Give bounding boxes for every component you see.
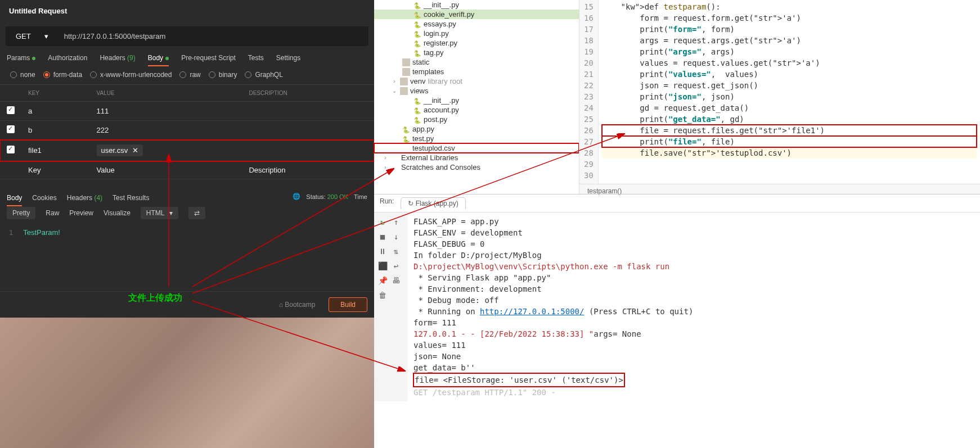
- tree-item[interactable]: cookie_verift.py: [374, 10, 579, 19]
- file-icon: [402, 68, 410, 76]
- filter-icon[interactable]: ⇅: [390, 245, 402, 257]
- file-badge[interactable]: user.csv✕: [97, 144, 143, 156]
- tree-item[interactable]: register.py: [374, 38, 579, 48]
- chevron-icon: ›: [391, 78, 398, 84]
- run-output[interactable]: FLASK_APP = app.pyFLASK_ENV = developmen…: [408, 212, 980, 401]
- tree-label: test.py: [412, 134, 434, 143]
- wrap2-icon[interactable]: ↩: [390, 260, 402, 272]
- postman-footer: ⌂ Bootcamp Build: [0, 291, 374, 318]
- exit-icon[interactable]: ⬛: [376, 260, 389, 272]
- file-icon: [402, 135, 410, 143]
- tab-body[interactable]: Body: [148, 54, 169, 62]
- request-title: Untitled Request: [0, 0, 374, 22]
- tree-item[interactable]: test.py: [374, 134, 579, 143]
- tree-label: __init__.py: [424, 1, 459, 9]
- file-icon: [413, 97, 421, 105]
- pin-icon[interactable]: 📌: [376, 274, 389, 287]
- view-pretty[interactable]: Pretty: [7, 207, 35, 219]
- build-button[interactable]: Build: [329, 297, 367, 312]
- table-row[interactable]: file1user.csv✕: [0, 140, 374, 161]
- lang-dropdown[interactable]: HTML▾: [141, 207, 178, 219]
- tree-item[interactable]: templates: [374, 67, 579, 76]
- tab-prerequest[interactable]: Pre-request Script: [181, 54, 236, 62]
- file-icon: [413, 106, 421, 114]
- tree-item[interactable]: tag.py: [374, 48, 579, 57]
- tree-item[interactable]: __init__.py: [374, 0, 579, 10]
- tree-item[interactable]: ⌄views: [374, 86, 579, 96]
- print-icon[interactable]: 🖶: [390, 274, 402, 287]
- postman-panel: Untitled Request GET▾ http://127.0.0.1:5…: [0, 0, 374, 318]
- tree-item[interactable]: account.py: [374, 105, 579, 115]
- globe-icon[interactable]: 🌐: [293, 193, 300, 200]
- tree-item[interactable]: ›Scratches and Consoles: [374, 162, 579, 172]
- checkbox-icon[interactable]: [7, 125, 15, 133]
- checkbox-icon[interactable]: [7, 106, 15, 114]
- tab-tests[interactable]: Tests: [248, 54, 264, 62]
- tree-label: __init__.py: [424, 96, 459, 105]
- code-editor[interactable]: 15161718192021222324252627282930 "kw">de…: [579, 0, 980, 187]
- checkbox-icon[interactable]: [7, 146, 15, 153]
- close-icon[interactable]: ✕: [132, 146, 138, 155]
- tree-item[interactable]: essays.py: [374, 19, 579, 29]
- tree-suffix: library root: [428, 77, 462, 85]
- file-icon: [402, 125, 410, 133]
- tab-settings[interactable]: Settings: [276, 54, 300, 62]
- tree-label: tag.py: [424, 48, 443, 57]
- radio-binary[interactable]: binary: [209, 71, 237, 79]
- file-icon: [413, 30, 421, 38]
- file-icon: [413, 11, 421, 19]
- tree-item[interactable]: app.py: [374, 124, 579, 134]
- table-row[interactable]: b222: [0, 121, 374, 140]
- stop-icon[interactable]: ■: [376, 230, 389, 243]
- radio-raw[interactable]: raw: [179, 71, 200, 79]
- radio-urlencoded[interactable]: x-www-form-urlencoded: [90, 71, 172, 79]
- view-visualize[interactable]: Visualize: [104, 209, 131, 217]
- url-input[interactable]: http://127.0.0.1:5000/testparam: [59, 26, 368, 46]
- view-raw[interactable]: Raw: [46, 209, 59, 217]
- form-data-table: KEYVALUEDESCRIPTION a111 b222 file1user.…: [0, 84, 374, 179]
- tab-authorization[interactable]: Authorization: [48, 54, 87, 62]
- response-body: 1 TestParam!: [0, 226, 374, 239]
- file-icon: [413, 49, 421, 57]
- down-icon[interactable]: ↓: [390, 230, 402, 243]
- tree-item[interactable]: testuplod.csv: [374, 143, 579, 153]
- method-dropdown[interactable]: GET▾: [6, 26, 59, 46]
- desktop-background: [0, 318, 374, 448]
- rtab-body[interactable]: Body: [7, 194, 22, 202]
- tree-item[interactable]: post.py: [374, 115, 579, 124]
- tab-params[interactable]: Params: [7, 54, 35, 62]
- tree-item[interactable]: static: [374, 57, 579, 67]
- breadcrumb[interactable]: testparam(): [579, 184, 980, 194]
- rtab-headers[interactable]: Headers (4): [67, 194, 102, 202]
- pause-icon[interactable]: ⏸: [376, 245, 389, 257]
- tree-item[interactable]: ›venv library root: [374, 76, 579, 86]
- tree-label: Scratches and Consoles: [401, 163, 480, 171]
- radio-graphql[interactable]: GraphQL: [245, 71, 282, 79]
- project-tree[interactable]: __init__.pycookie_verift.pyessays.pylogi…: [374, 0, 579, 194]
- run-toolbar: ↻ ↑ ■ ↓ ⏸ ⇅ ⬛ ↩ 📌 🖶 🗑: [374, 212, 408, 401]
- radio-form-data[interactable]: form-data: [43, 71, 82, 79]
- tab-headers[interactable]: Headers (9): [100, 54, 135, 62]
- table-row[interactable]: a111: [0, 102, 374, 121]
- rtab-cookies[interactable]: Cookies: [32, 194, 56, 202]
- view-preview[interactable]: Preview: [69, 209, 93, 217]
- tree-item[interactable]: __init__.py: [374, 96, 579, 105]
- tree-label: app.py: [412, 125, 434, 133]
- tree-label: account.py: [424, 106, 459, 114]
- rtab-testresults[interactable]: Test Results: [113, 194, 149, 202]
- rerun-icon[interactable]: ↻: [376, 216, 389, 228]
- radio-none[interactable]: none: [10, 71, 35, 79]
- wrap-icon[interactable]: ⇄: [188, 207, 205, 219]
- trash-icon[interactable]: 🗑: [376, 289, 389, 301]
- tree-item[interactable]: login.py: [374, 29, 579, 38]
- tree-label: essays.py: [424, 20, 456, 28]
- response-views: Pretty Raw Preview Visualize HTML▾ ⇄: [0, 200, 374, 226]
- run-tab[interactable]: ↻ Flask (app.py): [401, 197, 465, 209]
- table-row-placeholder[interactable]: KeyValueDescription: [0, 161, 374, 179]
- bootcamp-button[interactable]: ⌂ Bootcamp: [272, 297, 322, 312]
- tree-item[interactable]: ›External Libraries: [374, 153, 579, 162]
- file-icon: [402, 58, 410, 66]
- up-icon[interactable]: ↑: [390, 216, 402, 228]
- chevron-down-icon: ▾: [169, 209, 173, 217]
- tree-label: views: [410, 87, 429, 95]
